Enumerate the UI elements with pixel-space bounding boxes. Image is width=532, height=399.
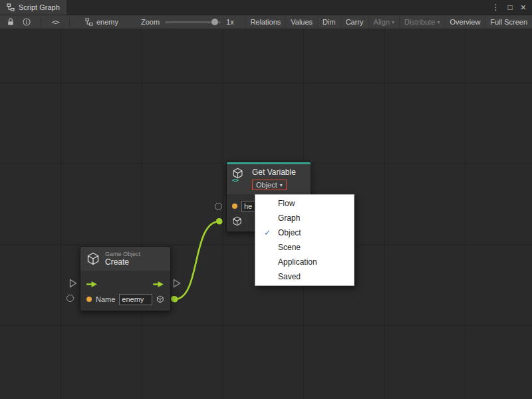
window-titlebar: Script Graph ⋮ □ × [0,0,532,15]
object-port-icon[interactable] [232,216,242,226]
create-node-header[interactable]: Game Object Create [80,247,170,271]
value-input-port[interactable] [66,295,74,302]
align-button[interactable]: Align ▾ [368,15,399,29]
distribute-label: Distribute [404,18,435,26]
menu-item-label: Object [278,228,301,237]
name-port-label: Name [96,295,115,303]
menu-item-label: Saved [278,272,301,281]
kind-dropdown-menu: Flow Graph ✓ Object Scene Application Sa… [255,194,354,286]
variable-kind-label: Object [256,181,277,189]
get-variable-header[interactable]: <> Get Variable Object ▾ [227,164,311,194]
code-view-button[interactable]: <> [47,15,63,29]
graph-icon [85,18,93,26]
chevron-down-icon: ▾ [280,182,283,188]
variable-code-icon: <> [232,177,238,184]
gameobject-output-icon[interactable] [156,294,164,305]
menu-item-graph[interactable]: Graph [255,211,354,225]
flow-input-port[interactable] [69,279,77,288]
graph-name: enemy [85,18,118,26]
zoom-value: 1x [226,18,234,26]
info-button[interactable] [19,15,35,29]
tab-label: Script Graph [19,3,60,11]
menu-item-label: Application [278,257,317,267]
connected-input-port[interactable] [216,218,222,224]
carry-button[interactable]: Carry [340,15,368,29]
string-port-icon[interactable] [232,203,237,209]
graph-toolbar: <> enemy Zoom 1x Relations Values Dim Ca… [0,15,532,29]
menu-item-application[interactable]: Application [255,255,354,269]
menu-item-saved[interactable]: Saved [255,269,354,284]
graph-canvas[interactable]: Game Object Create Name <> Get Variable [0,29,532,399]
zoom-slider-handle[interactable] [211,19,218,25]
dim-button[interactable]: Dim [317,15,340,29]
variable-kind-dropdown[interactable]: Object ▾ [252,180,287,190]
lock-icon [7,18,15,26]
name-input-port[interactable] [215,203,222,210]
flow-out-arrow-icon[interactable] [153,281,164,288]
tab-script-graph[interactable]: Script Graph [0,0,66,15]
chevron-down-icon: ▾ [392,19,394,25]
name-port-row: Name [80,292,170,307]
distribute-button[interactable]: Distribute ▾ [399,15,444,29]
values-button[interactable]: Values [285,15,317,29]
menu-item-label: Scene [278,243,301,252]
connected-output-port[interactable] [171,296,177,302]
node-supertitle: Game Object [105,251,140,257]
game-object-cube-icon [86,252,100,265]
flow-in-arrow-icon[interactable] [86,281,98,288]
relations-button[interactable]: Relations [245,15,285,29]
menu-item-flow[interactable]: Flow [255,196,354,211]
menu-item-label: Graph [278,213,300,223]
lock-button[interactable] [3,15,19,29]
check-icon: ✓ [263,228,272,237]
fullscreen-button[interactable]: Full Screen [485,15,532,29]
zoom-slider[interactable] [165,21,221,23]
overview-button[interactable]: Overview [445,15,485,29]
toolbar-divider [41,18,41,27]
maximize-icon[interactable]: □ [508,3,513,11]
code-icon: <> [51,18,59,27]
window-menu-icon[interactable]: ⋮ [492,3,500,11]
script-graph-icon [7,3,15,11]
align-label: Align [374,18,390,26]
create-node[interactable]: Game Object Create Name [80,246,171,311]
flow-output-port[interactable] [173,279,181,288]
node-title: Get Variable [252,168,296,177]
chevron-down-icon: ▾ [438,19,440,25]
name-value-input[interactable] [119,294,152,305]
graph-name-label: enemy [96,18,118,26]
toolbar-divider [69,18,70,27]
close-icon[interactable]: × [521,3,526,12]
node-title: Create [105,257,140,267]
info-icon [23,18,31,26]
zoom-label: Zoom [141,18,160,26]
menu-item-scene[interactable]: Scene [255,240,354,255]
menu-item-label: Flow [278,199,295,208]
flow-row [80,277,170,291]
menu-item-object[interactable]: ✓ Object [255,225,354,240]
string-port-icon[interactable] [86,297,92,302]
